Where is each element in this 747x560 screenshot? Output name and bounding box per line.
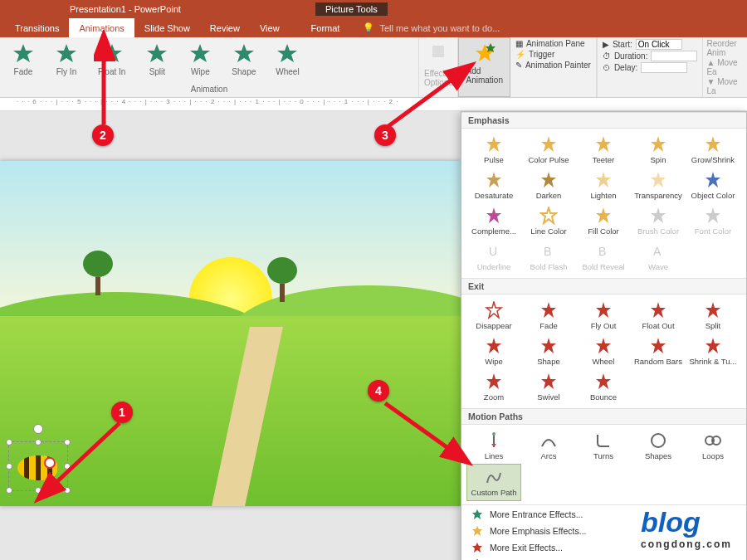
motion-arcs[interactable]: Arcs (521, 428, 576, 464)
emph-pulse[interactable]: Pulse (466, 132, 521, 168)
svg-marker-49 (472, 526, 482, 536)
motion-custompath[interactable]: Custom Path (466, 464, 521, 501)
emph-wave: AWave (631, 239, 686, 275)
more-motion[interactable]: More Motion Paths... (461, 556, 746, 560)
svg-marker-17 (596, 172, 611, 187)
emph-underline: UUnderline (466, 239, 521, 275)
animation-painter-button[interactable]: ✎Animation Painter (515, 61, 591, 70)
anim-flyin[interactable]: Fly In (55, 42, 78, 76)
svg-marker-21 (541, 207, 556, 223)
emph-boldflash: BBold Flash (521, 239, 576, 275)
emph-lighten[interactable]: Lighten (576, 168, 631, 203)
tab-slideshow[interactable]: Slide Show (134, 18, 200, 37)
exit-randombars[interactable]: Random Bars (631, 334, 686, 369)
tab-animations[interactable]: Animations (69, 18, 134, 37)
anim-split[interactable]: Split (145, 42, 168, 76)
emph-objectcolor[interactable]: Object Color (686, 168, 740, 203)
tab-review[interactable]: Review (200, 18, 250, 37)
svg-marker-14 (706, 136, 720, 152)
anim-floatin[interactable]: Float In (98, 42, 125, 76)
svg-marker-22 (596, 207, 611, 223)
title-bar: Presentation1 - PowerPoint Picture Tools (0, 0, 747, 18)
exit-zoom[interactable]: Zoom (466, 369, 521, 405)
callout-2: 2 (92, 124, 114, 146)
callout-3: 3 (374, 124, 396, 146)
exit-disappear[interactable]: Disappear (466, 298, 521, 334)
trigger-button[interactable]: ⚡Trigger (515, 50, 591, 59)
delay-icon: ⏲ (603, 63, 611, 72)
animation-pane-button[interactable]: ▦Animation Pane (515, 39, 591, 48)
add-animation-button[interactable]: Add Animation (458, 37, 510, 97)
svg-marker-33 (706, 302, 720, 318)
svg-marker-13 (651, 136, 666, 152)
emph-colorpulse[interactable]: Color Pulse (521, 132, 576, 168)
duration-input[interactable] (651, 51, 697, 61)
svg-marker-50 (472, 543, 482, 553)
svg-marker-3 (147, 44, 167, 62)
resize-handle[interactable] (64, 439, 71, 446)
emph-complementary[interactable]: Compleme... (466, 203, 521, 239)
resize-handle[interactable] (6, 487, 12, 494)
pane-icon: ▦ (515, 39, 523, 48)
exit-fade[interactable]: Fade (521, 298, 576, 334)
resize-handle[interactable] (35, 487, 42, 494)
svg-marker-38 (706, 338, 720, 353)
motion-turns[interactable]: Turns (576, 428, 631, 464)
exit-flyout[interactable]: Fly Out (576, 298, 631, 334)
emph-desaturate[interactable]: Desaturate (466, 168, 521, 203)
animation-gallery[interactable]: Fade Fly In Float In Split Wipe Shape Wh… (3, 39, 415, 80)
svg-point-45 (652, 434, 665, 447)
motion-lines[interactable]: Lines (466, 428, 521, 464)
resize-handle[interactable] (64, 487, 71, 494)
emph-spin[interactable]: Spin (631, 132, 686, 168)
svg-marker-6 (277, 44, 297, 62)
resize-handle[interactable] (64, 463, 71, 470)
start-dropdown[interactable] (636, 39, 682, 50)
exit-wipe[interactable]: Wipe (466, 334, 521, 369)
anim-wipe[interactable]: Wipe (188, 42, 212, 76)
motion-loops[interactable]: Loops (686, 428, 740, 464)
exit-wheel[interactable]: Wheel (576, 334, 631, 369)
tab-view[interactable]: View (250, 18, 290, 37)
emph-linecolor[interactable]: Line Color (521, 203, 576, 239)
svg-marker-44 (491, 444, 496, 447)
svg-marker-10 (486, 136, 501, 152)
exit-bounce[interactable]: Bounce (576, 369, 631, 405)
slide-tree (83, 251, 113, 295)
svg-text:A: A (653, 245, 662, 258)
emph-darken[interactable]: Darken (521, 168, 576, 203)
emph-fillcolor[interactable]: Fill Color (576, 203, 631, 239)
anim-wheel[interactable]: Wheel (276, 42, 299, 76)
painter-icon: ✎ (515, 61, 522, 70)
emph-transparency[interactable]: Transparency (631, 168, 686, 203)
callout-4: 4 (368, 380, 389, 402)
delay-input[interactable] (641, 62, 687, 73)
resize-handle[interactable] (35, 439, 42, 446)
emph-growshrink[interactable]: Grow/Shrink (686, 132, 740, 168)
duration-label: Duration: (614, 51, 648, 61)
svg-marker-4 (190, 44, 210, 62)
rotate-handle[interactable] (33, 424, 43, 434)
exit-swivel[interactable]: Swivel (521, 369, 576, 405)
trigger-icon: ⚡ (515, 50, 525, 59)
resize-handle[interactable] (6, 463, 12, 470)
motion-shapes[interactable]: Shapes (631, 428, 686, 464)
anim-fade[interactable]: Fade (12, 42, 35, 76)
exit-split[interactable]: Split (686, 298, 740, 334)
exit-floatout[interactable]: Float Out (631, 298, 686, 334)
emph-teeter[interactable]: Teeter (576, 132, 631, 168)
slide-canvas[interactable]: Emphasis Pulse Color Pulse Teeter Spin G… (0, 111, 747, 560)
anim-shape[interactable]: Shape (232, 42, 256, 76)
exit-shape[interactable]: Shape (521, 334, 576, 369)
exit-shrinkturn[interactable]: Shrink & Tu... (686, 334, 740, 369)
resize-handle[interactable] (6, 439, 12, 446)
tell-me-search[interactable]: 💡 Tell me what you want to do... (363, 22, 500, 33)
slide[interactable] (0, 161, 461, 506)
emph-boldreveal: BBold Reveal (576, 239, 631, 275)
tab-transitions[interactable]: Transitions (5, 18, 69, 37)
tab-format[interactable]: Format (301, 18, 350, 37)
svg-text:B: B (544, 245, 551, 258)
selected-image-bee[interactable] (8, 441, 68, 491)
svg-marker-41 (596, 373, 611, 389)
document-title: Presentation1 - PowerPoint (70, 4, 181, 14)
